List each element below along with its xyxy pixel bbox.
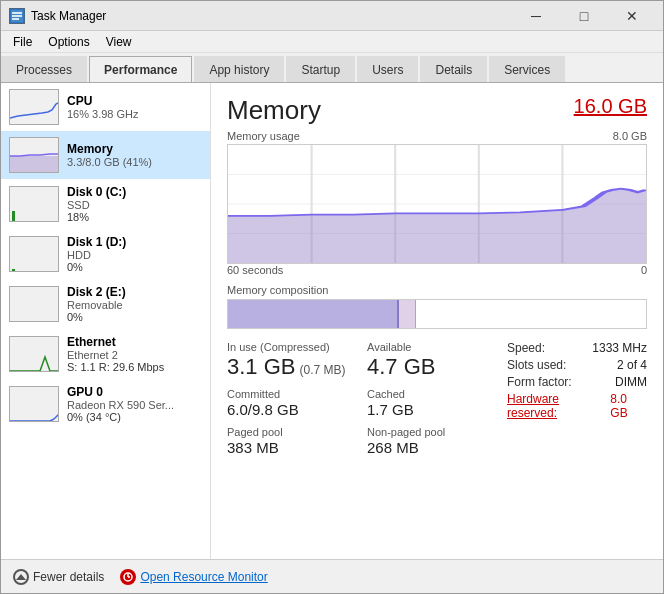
available-col: Available 4.7 GB Cached 1.7 GB Non-paged… — [367, 341, 507, 462]
cpu-name: CPU — [67, 94, 202, 108]
svg-rect-3 — [12, 18, 19, 20]
sidebar-item-disk2[interactable]: Disk 2 (E:) Removable 0% — [1, 279, 210, 329]
tab-startup[interactable]: Startup — [286, 56, 355, 82]
committed-label: Committed — [227, 388, 367, 400]
form-value: DIMM — [615, 375, 647, 389]
sidebar-item-cpu[interactable]: CPU 16% 3.98 GHz — [1, 83, 210, 131]
maximize-button[interactable]: □ — [561, 1, 607, 31]
main-content: CPU 16% 3.98 GHz Memory 3.3/8.0 GB (41%) — [1, 83, 663, 559]
memory-thumbnail — [9, 137, 59, 173]
monitor-icon — [120, 569, 136, 585]
disk2-type: Removable — [67, 299, 202, 311]
memory-usage: 3.3/8.0 GB (41%) — [67, 156, 202, 168]
menu-view[interactable]: View — [98, 33, 140, 51]
speed-row: Speed: 1333 MHz — [507, 341, 647, 355]
ethernet-info: Ethernet Ethernet 2 S: 1.1 R: 29.6 Mbps — [67, 335, 202, 373]
slots-row: Slots used: 2 of 4 — [507, 358, 647, 372]
menu-options[interactable]: Options — [40, 33, 97, 51]
hw-reserved-value: 8.0 GB — [610, 392, 647, 420]
disk1-info: Disk 1 (D:) HDD 0% — [67, 235, 202, 273]
disk1-type: HDD — [67, 249, 202, 261]
gpu-val: 0% (34 °C) — [67, 411, 202, 423]
disk0-thumbnail — [9, 186, 59, 222]
in-use-value: 3.1 GB — [227, 354, 295, 380]
committed-value: 6.0/9.8 GB — [227, 401, 367, 418]
close-button[interactable]: ✕ — [609, 1, 655, 31]
nonpaged-label: Non-paged pool — [367, 426, 507, 438]
disk2-info: Disk 2 (E:) Removable 0% — [67, 285, 202, 323]
fewer-details-label: Fewer details — [33, 570, 104, 584]
disk2-val: 0% — [67, 311, 202, 323]
time-left: 60 seconds — [227, 264, 283, 276]
title-bar: Task Manager ─ □ ✕ — [1, 1, 663, 31]
memory-usage-chart — [227, 144, 647, 264]
tabs-bar: Processes Performance App history Startu… — [1, 53, 663, 83]
chart-time-row: 60 seconds 0 — [227, 264, 647, 276]
menu-file[interactable]: File — [5, 33, 40, 51]
menu-bar: File Options View — [1, 31, 663, 53]
nonpaged-value: 268 MB — [367, 439, 507, 456]
memory-info: Memory 3.3/8.0 GB (41%) — [67, 142, 202, 168]
available-value: 4.7 GB — [367, 354, 507, 380]
bottom-bar: Fewer details Open Resource Monitor — [1, 559, 663, 593]
sidebar-item-disk1[interactable]: Disk 1 (D:) HDD 0% — [1, 229, 210, 279]
sidebar-item-gpu[interactable]: GPU 0 Radeon RX 590 Ser... 0% (34 °C) — [1, 379, 210, 429]
cached-value: 1.7 GB — [367, 401, 507, 418]
svg-rect-4 — [10, 156, 59, 173]
svg-marker-14 — [228, 189, 646, 263]
cpu-usage: 16% 3.98 GHz — [67, 108, 202, 120]
tab-details[interactable]: Details — [420, 56, 487, 82]
window-title: Task Manager — [31, 9, 513, 23]
paged-label: Paged pool — [227, 426, 367, 438]
comp-in-use — [228, 300, 399, 328]
disk2-thumbnail — [9, 286, 59, 322]
svg-rect-1 — [12, 12, 22, 14]
in-use-col: In use (Compressed) 3.1 GB (0.7 MB) Comm… — [227, 341, 367, 462]
ethernet-val: S: 1.1 R: 29.6 Mbps — [67, 361, 202, 373]
tab-app-history[interactable]: App history — [194, 56, 284, 82]
sidebar-item-ethernet[interactable]: Ethernet Ethernet 2 S: 1.1 R: 29.6 Mbps — [1, 329, 210, 379]
disk0-val: 18% — [67, 211, 202, 223]
time-right: 0 — [641, 264, 647, 276]
speed-value: 1333 MHz — [592, 341, 647, 355]
open-monitor-button[interactable]: Open Resource Monitor — [120, 569, 267, 585]
disk0-name: Disk 0 (C:) — [67, 185, 202, 199]
chart-label-row: Memory usage 8.0 GB — [227, 130, 647, 142]
gpu-thumbnail — [9, 386, 59, 422]
fewer-details-button[interactable]: Fewer details — [13, 569, 104, 585]
tab-processes[interactable]: Processes — [1, 56, 87, 82]
slots-label: Slots used: — [507, 358, 566, 372]
detail-header: Memory 16.0 GB — [227, 95, 647, 126]
gpu-sub: Radeon RX 590 Ser... — [67, 399, 202, 411]
cpu-info: CPU 16% 3.98 GHz — [67, 94, 202, 120]
sidebar-item-disk0[interactable]: Disk 0 (C:) SSD 18% — [1, 179, 210, 229]
comp-standby — [416, 300, 646, 328]
form-label: Form factor: — [507, 375, 572, 389]
disk1-name: Disk 1 (D:) — [67, 235, 202, 249]
disk1-thumbnail — [9, 236, 59, 272]
in-use-sub: (0.7 MB) — [299, 363, 345, 377]
cpu-thumbnail — [9, 89, 59, 125]
cached-label: Cached — [367, 388, 507, 400]
speed-label: Speed: — [507, 341, 545, 355]
disk1-val: 0% — [67, 261, 202, 273]
right-stats-col: Speed: 1333 MHz Slots used: 2 of 4 Form … — [507, 341, 647, 462]
tab-performance[interactable]: Performance — [89, 56, 192, 82]
detail-total: 16.0 GB — [574, 95, 647, 118]
minimize-button[interactable]: ─ — [513, 1, 559, 31]
tab-users[interactable]: Users — [357, 56, 418, 82]
form-row: Form factor: DIMM — [507, 375, 647, 389]
chevron-icon — [13, 569, 29, 585]
ethernet-sub: Ethernet 2 — [67, 349, 202, 361]
sidebar: CPU 16% 3.98 GHz Memory 3.3/8.0 GB (41%) — [1, 83, 211, 559]
comp-modified — [399, 300, 416, 328]
hw-row: Hardware reserved: 8.0 GB — [507, 392, 647, 420]
detail-title: Memory — [227, 95, 321, 126]
available-label: Available — [367, 341, 507, 353]
app-icon — [9, 8, 25, 24]
in-use-label: In use (Compressed) — [227, 341, 367, 353]
tab-services[interactable]: Services — [489, 56, 565, 82]
ethernet-thumbnail — [9, 336, 59, 372]
usage-label: Memory usage — [227, 130, 300, 142]
sidebar-item-memory[interactable]: Memory 3.3/8.0 GB (41%) — [1, 131, 210, 179]
